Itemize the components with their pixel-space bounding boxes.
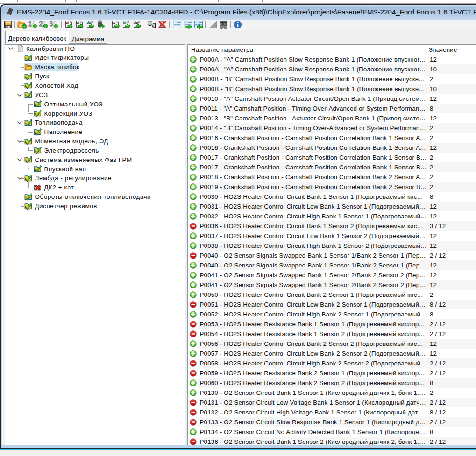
svg-text:cs: cs <box>112 21 115 24</box>
svg-text:ori: ori <box>65 21 69 24</box>
svg-text:dta: dta <box>87 21 92 24</box>
svg-text:3: 3 <box>50 20 53 28</box>
svg-text:bin: bin <box>123 21 127 24</box>
svg-text:1: 1 <box>28 20 32 28</box>
svg-text:2: 2 <box>39 20 43 28</box>
svg-text:dta: dta <box>134 21 138 24</box>
svg-text:bin: bin <box>76 21 80 24</box>
